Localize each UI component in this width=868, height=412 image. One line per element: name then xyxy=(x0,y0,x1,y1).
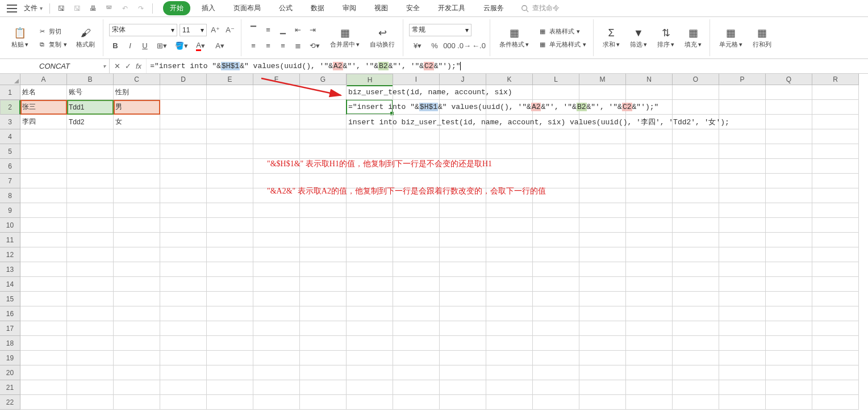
cell-D3[interactable] xyxy=(160,115,207,129)
cell-Q22[interactable] xyxy=(766,395,812,410)
row-header-17[interactable]: 17 xyxy=(0,321,20,336)
cell-C22[interactable] xyxy=(114,395,160,410)
cell-H9[interactable] xyxy=(347,203,393,218)
cell-G15[interactable] xyxy=(300,292,347,306)
row-header-5[interactable]: 5 xyxy=(0,144,20,159)
cell-N8[interactable] xyxy=(626,188,673,203)
cell-I16[interactable] xyxy=(393,306,440,321)
phonetic-button[interactable]: A▾ xyxy=(211,40,228,52)
cell-A22[interactable] xyxy=(20,395,67,410)
cell-I17[interactable] xyxy=(393,321,440,336)
cell-C15[interactable] xyxy=(114,292,160,306)
cell-Q19[interactable] xyxy=(766,351,812,365)
tab-insert[interactable]: 插入 xyxy=(195,1,222,15)
cell-L11[interactable] xyxy=(533,233,579,247)
cell-A10[interactable] xyxy=(20,218,67,233)
cell-L18[interactable] xyxy=(533,336,579,351)
cell-J14[interactable] xyxy=(440,277,486,292)
cell-Q4[interactable] xyxy=(766,129,812,144)
cell-B19[interactable] xyxy=(67,351,114,365)
col-header-H[interactable]: H xyxy=(347,74,393,86)
cell-A8[interactable] xyxy=(20,188,67,203)
italic-button[interactable]: I xyxy=(124,40,136,52)
cell-R9[interactable] xyxy=(812,203,859,218)
cell-C3[interactable]: 女 xyxy=(114,115,160,129)
cell-N10[interactable] xyxy=(626,218,673,233)
number-format-select[interactable]: 常规▾ xyxy=(409,24,471,36)
dec-font-icon[interactable]: A⁻ xyxy=(224,24,236,36)
col-header-O[interactable]: O xyxy=(673,74,719,85)
cell-N12[interactable] xyxy=(626,247,673,262)
cell-Q5[interactable] xyxy=(766,144,812,159)
cell-C17[interactable] xyxy=(114,321,160,336)
cell-P8[interactable] xyxy=(719,188,766,203)
cell-B8[interactable] xyxy=(67,188,114,203)
cell-C13[interactable] xyxy=(114,262,160,277)
cell-P5[interactable] xyxy=(719,144,766,159)
cell-E6[interactable] xyxy=(207,159,253,174)
cell-Q21[interactable] xyxy=(766,380,812,395)
cell-G9[interactable] xyxy=(300,203,347,218)
cell-A18[interactable] xyxy=(20,336,67,351)
cell-D17[interactable] xyxy=(160,321,207,336)
cell-C4[interactable] xyxy=(114,129,160,144)
save-as-icon[interactable]: 🖫 xyxy=(69,1,85,16)
command-search[interactable]: 查找命令 xyxy=(521,3,560,13)
cell-J22[interactable] xyxy=(440,395,486,410)
cell-J9[interactable] xyxy=(440,203,486,218)
cell-M21[interactable] xyxy=(579,380,626,395)
cell-F2[interactable] xyxy=(253,100,300,115)
cell-H4[interactable] xyxy=(347,129,393,144)
cell-G13[interactable] xyxy=(300,262,347,277)
cell-P6[interactable] xyxy=(719,159,766,174)
cell-E16[interactable] xyxy=(207,306,253,321)
cell-R18[interactable] xyxy=(812,336,859,351)
paste-button[interactable]: 📋 粘贴▾ xyxy=(8,24,32,51)
cell-A17[interactable] xyxy=(20,321,67,336)
cell-C20[interactable] xyxy=(114,365,160,380)
cell-A20[interactable] xyxy=(20,365,67,380)
format-painter-button[interactable]: 🖌 格式刷 xyxy=(73,24,98,51)
cell-F12[interactable] xyxy=(253,247,300,262)
cell-P17[interactable] xyxy=(719,321,766,336)
col-header-N[interactable]: N xyxy=(626,74,673,85)
cell-L10[interactable] xyxy=(533,218,579,233)
cell-B20[interactable] xyxy=(67,365,114,380)
cell-B7[interactable] xyxy=(67,174,114,188)
cell-R2[interactable] xyxy=(812,100,859,115)
cell-H18[interactable] xyxy=(347,336,393,351)
cell-R10[interactable] xyxy=(812,218,859,233)
cell-Q14[interactable] xyxy=(766,277,812,292)
cell-A13[interactable] xyxy=(20,262,67,277)
cell-I13[interactable] xyxy=(393,262,440,277)
cell-L9[interactable] xyxy=(533,203,579,218)
cell-R15[interactable] xyxy=(812,292,859,306)
cell-P16[interactable] xyxy=(719,306,766,321)
cell-N7[interactable] xyxy=(626,174,673,188)
cell-F18[interactable] xyxy=(253,336,300,351)
cell-K14[interactable] xyxy=(486,277,533,292)
cell-O7[interactable] xyxy=(673,174,719,188)
cond-format-button[interactable]: ▦条件格式▾ xyxy=(496,24,532,51)
cell-J18[interactable] xyxy=(440,336,486,351)
cell-J17[interactable] xyxy=(440,321,486,336)
cell-P21[interactable] xyxy=(719,380,766,395)
cell-J4[interactable] xyxy=(440,129,486,144)
cell-Q10[interactable] xyxy=(766,218,812,233)
cell-O8[interactable] xyxy=(673,188,719,203)
cell-I18[interactable] xyxy=(393,336,440,351)
cell-D22[interactable] xyxy=(160,395,207,410)
cell-Q11[interactable] xyxy=(766,233,812,247)
cell-M16[interactable] xyxy=(579,306,626,321)
wrap-button[interactable]: ↩自动换行 xyxy=(366,24,398,51)
cell-A15[interactable] xyxy=(20,292,67,306)
cell-O13[interactable] xyxy=(673,262,719,277)
col-header-Q[interactable]: Q xyxy=(766,74,812,85)
cell-P18[interactable] xyxy=(719,336,766,351)
cell-D15[interactable] xyxy=(160,292,207,306)
cell-H12[interactable] xyxy=(347,247,393,262)
col-header-P[interactable]: P xyxy=(719,74,766,85)
cell-F13[interactable] xyxy=(253,262,300,277)
cell-P4[interactable] xyxy=(719,129,766,144)
cell-A16[interactable] xyxy=(20,306,67,321)
